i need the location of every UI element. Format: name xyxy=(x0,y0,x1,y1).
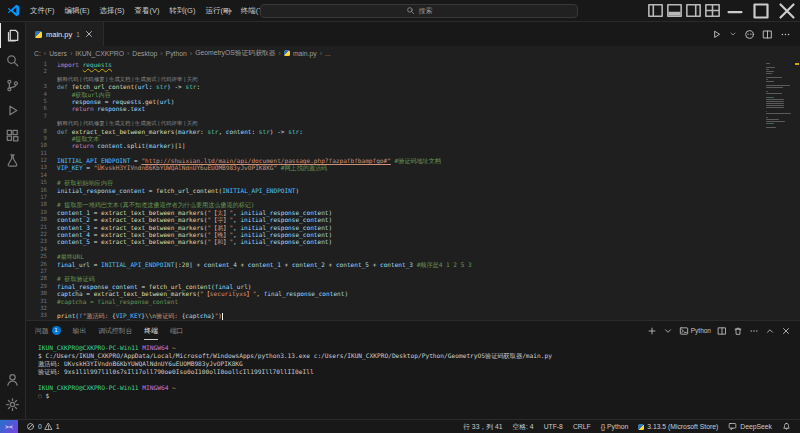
line-number: 11 xyxy=(26,150,57,157)
editor[interactable]: 1import requests2解释代码 | 代码修复 | 生成文档 | 生成… xyxy=(26,60,800,320)
run-dropdown[interactable] xyxy=(729,30,737,38)
code-line: 18# 提取那一堆鸡巴文本(真不知道这傻逼作者为什么要用这么傻逼的标记) xyxy=(26,201,800,208)
terminal-tab-item[interactable]: Python xyxy=(679,326,711,336)
python-file-icon xyxy=(284,50,290,56)
breadcrumb-item[interactable]: Python xyxy=(166,50,187,57)
language-mode[interactable]: {} Python xyxy=(601,423,629,430)
breadcrumb-item[interactable]: ... xyxy=(325,50,331,57)
menu-item[interactable]: 编辑(E) xyxy=(60,0,95,22)
eol[interactable]: CRLF xyxy=(573,423,591,430)
code-line: 30captcha = extract_text_between_markers… xyxy=(26,290,800,297)
code-text: print(f"激活码: {VIP_KEY}\\n验证码: {captcha}"… xyxy=(57,312,223,319)
search-input[interactable]: 搜索 xyxy=(260,4,578,18)
maximize-button[interactable] xyxy=(748,0,774,22)
line-number: 18 xyxy=(26,201,57,208)
code-text: final_response_content = fetch_url_conte… xyxy=(57,283,251,290)
back-arrow-icon[interactable] xyxy=(222,5,234,17)
cursor-position[interactable]: 行 33，列 41 xyxy=(463,422,502,432)
more-actions-button[interactable] xyxy=(780,29,791,40)
testing-icon[interactable] xyxy=(0,148,25,173)
run-button[interactable] xyxy=(711,29,722,40)
close-panel-button[interactable] xyxy=(781,326,791,336)
warning-icon xyxy=(44,422,53,431)
line-number: 33 xyxy=(26,312,57,319)
code-line: 32 xyxy=(26,305,800,312)
codelens-text: 解释代码 | 代码修复 | 生成文档 | 生成测试 | 代码评审 | 关闭 xyxy=(57,76,198,83)
panel-tab-端口[interactable]: 端口 xyxy=(170,321,184,340)
breadcrumb-item[interactable]: GeometryOS验证码获取器 xyxy=(195,48,275,58)
menu-item[interactable]: 文件(F) xyxy=(25,0,60,22)
panel-tab-终端[interactable]: 终端 xyxy=(144,321,158,340)
breadcrumb-item[interactable]: IKUN_CXKPRO xyxy=(75,50,124,57)
menu-item[interactable]: 选择(S) xyxy=(95,0,130,22)
line-number: 15 xyxy=(26,179,57,186)
status-bar: >< 01 行 33，列 41空格: 4UTF-8CRLF{} Python3.… xyxy=(0,419,800,433)
overview-ruler[interactable] xyxy=(794,60,800,320)
code-text: content_3 = extract_text_between_markers… xyxy=(57,224,332,231)
maximize-panel-button[interactable] xyxy=(765,326,775,336)
run-debug-icon[interactable] xyxy=(0,98,25,123)
kill-terminal-button[interactable] xyxy=(733,326,743,336)
layout-grid-icon[interactable] xyxy=(703,0,722,22)
warnings-count[interactable]: 1 xyxy=(44,422,60,431)
terminal-more-button[interactable] xyxy=(749,326,759,336)
code-text: #提取文本 xyxy=(57,135,100,142)
code-line: 29final_response_content = fetch_url_con… xyxy=(26,283,800,290)
settings-icon[interactable] xyxy=(0,392,25,417)
menu-item[interactable]: 查看(V) xyxy=(130,0,165,22)
layout-panel-icon[interactable] xyxy=(665,0,684,22)
code-line: 31#captcha = final_response_content xyxy=(26,298,800,305)
tab-close-icon[interactable] xyxy=(84,29,94,39)
layout-sidebar-right-icon[interactable] xyxy=(684,0,703,22)
line-number: 24 xyxy=(26,246,57,253)
panel-tab-输出[interactable]: 输出 xyxy=(73,321,87,340)
breadcrumb-item[interactable]: Users xyxy=(49,50,67,57)
breadcrumb-item[interactable]: Desktop xyxy=(132,50,157,57)
search-icon[interactable] xyxy=(0,48,25,73)
bottom-panel: 问题1输出调试控制台终端端口 Python IKUN_CXKPRO@CXKPRO… xyxy=(26,320,800,419)
code-area[interactable]: 1import requests2解释代码 | 代码修复 | 生成文档 | 生成… xyxy=(26,60,800,320)
explorer-icon[interactable] xyxy=(0,23,25,48)
forward-arrow-icon[interactable] xyxy=(241,5,253,17)
line-number: 17 xyxy=(26,194,57,201)
python-interpreter[interactable]: 3.13.5 (Microsoft Store) xyxy=(638,423,718,430)
panel-tab-调试控制台[interactable]: 调试控制台 xyxy=(98,321,132,340)
minimap[interactable] xyxy=(766,63,792,128)
tab-bar: main.py 1 xyxy=(26,22,800,46)
errors-count[interactable]: 0 xyxy=(26,422,42,431)
close-window-button[interactable] xyxy=(774,0,800,22)
tab-main-py[interactable]: main.py 1 xyxy=(26,22,104,46)
split-terminal-button[interactable] xyxy=(717,326,727,336)
code-text: captcha = extract_text_between_markers("… xyxy=(57,290,348,297)
warning-marker xyxy=(795,63,799,65)
encoding[interactable]: UTF-8 xyxy=(544,423,563,430)
code-text: # 获取验证码 xyxy=(57,275,95,282)
code-line: 6 return response.text xyxy=(26,105,800,112)
terminal[interactable]: IKUN_CXKPRO@CXKPRO-PC-Win11 MINGW64 ~$ C… xyxy=(26,340,800,419)
account-icon[interactable] xyxy=(0,367,25,392)
copilot-icon[interactable] xyxy=(744,29,755,40)
remote-indicator[interactable]: >< xyxy=(0,420,18,433)
extensions-icon[interactable] xyxy=(0,123,25,148)
split-editor-button[interactable] xyxy=(762,29,773,40)
panel-tab-问题[interactable]: 问题1 xyxy=(35,321,61,340)
codelens-line[interactable]: 解释代码 | 代码修复 | 生成文档 | 生成测试 | 代码评审 | 关闭 xyxy=(26,76,800,83)
terminal-profile-dropdown[interactable] xyxy=(663,326,673,336)
notifications-bell[interactable] xyxy=(782,422,791,431)
code-line: 9 #提取文本 xyxy=(26,135,800,142)
deepseek-item[interactable]: DeepSeek xyxy=(728,422,772,431)
title-bar: 文件(F)编辑(E)选择(S)查看(V)转到(G)运行(R)终端(T)帮助(H)… xyxy=(0,0,800,22)
tab-label: main.py xyxy=(46,30,72,39)
breadcrumb-item[interactable]: main.py xyxy=(284,50,317,57)
source-control-icon[interactable] xyxy=(0,73,25,98)
code-line: 11 xyxy=(26,150,800,157)
code-line: 2 xyxy=(26,68,800,75)
layout-sidebar-icon[interactable] xyxy=(646,0,665,22)
indentation[interactable]: 空格: 4 xyxy=(512,422,533,432)
codelens-line[interactable]: 解释代码 | 代码修复 | 生成文档 | 生成测试 | 代码评审 | 关闭 xyxy=(26,120,800,127)
new-terminal-button[interactable] xyxy=(647,326,657,336)
breadcrumb-item[interactable]: C: xyxy=(34,50,41,57)
search-label: 搜索 xyxy=(419,6,433,16)
menu-item[interactable]: 转到(G) xyxy=(165,0,201,22)
minimize-button[interactable] xyxy=(722,0,748,22)
